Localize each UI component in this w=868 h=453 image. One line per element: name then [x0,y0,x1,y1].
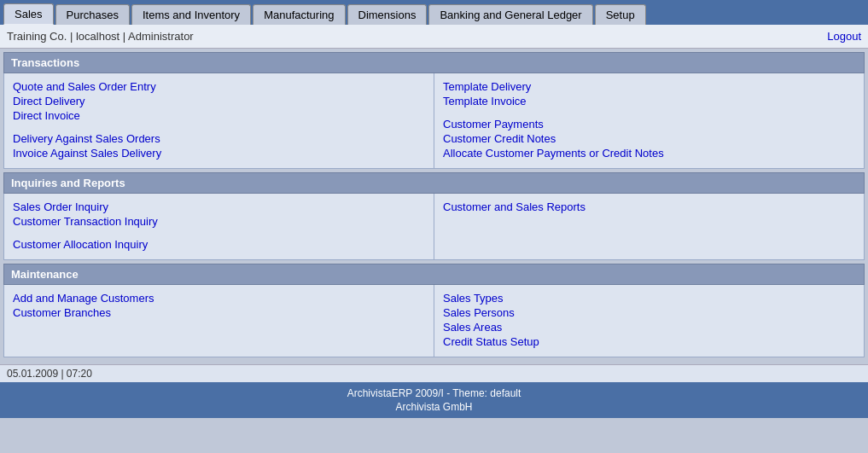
section-transactions: TransactionsQuote and Sales Order EntryD… [3,52,865,169]
nav-link-customer-payments[interactable]: Customer Payments [443,118,855,131]
nav-link-quote-and-sales-order-entry[interactable]: Quote and Sales Order Entry [13,80,425,93]
nav-link-customer-credit-notes[interactable]: Customer Credit Notes [443,132,855,145]
tab-setup[interactable]: Setup [595,4,646,25]
section-col: Template DeliveryTemplate InvoiceCustome… [434,73,864,168]
footer: ArchivistaERP 2009/I - Theme: default Ar… [0,382,868,418]
nav-link-sales-areas[interactable]: Sales Areas [443,321,855,334]
section-header: Maintenance [3,264,865,285]
nav-link-customer-transaction-inquiry[interactable]: Customer Transaction Inquiry [13,215,425,228]
spacer [13,124,425,132]
nav-link-template-invoice[interactable]: Template Invoice [443,95,855,107]
section-inquiries-and-reports: Inquiries and ReportsSales Order Inquiry… [3,172,865,260]
tab-bar: SalesPurchasesItems and InventoryManufac… [0,0,868,25]
nav-link-credit-status-setup[interactable]: Credit Status Setup [443,335,855,348]
footer-line1: ArchivistaERP 2009/I - Theme: default [3,387,865,399]
spacer [13,229,425,238]
section-body: Sales Order InquiryCustomer Transaction … [3,194,865,260]
tab-dimensions[interactable]: Dimensions [347,4,428,25]
nav-link-invoice-against-sales-delivery[interactable]: Invoice Against Sales Delivery [13,147,425,160]
section-maintenance: MaintenanceAdd and Manage CustomersCusto… [3,264,865,357]
tab-purchases[interactable]: Purchases [55,4,130,25]
nav-link-template-delivery[interactable]: Template Delivery [443,80,855,93]
nav-link-customer-branches[interactable]: Customer Branches [13,306,425,319]
section-body: Quote and Sales Order EntryDirect Delive… [3,73,865,169]
nav-link-customer-allocation-inquiry[interactable]: Customer Allocation Inquiry [13,238,425,251]
nav-link-add-and-manage-customers[interactable]: Add and Manage Customers [13,292,425,305]
section-col: Sales TypesSales PersonsSales AreasCredi… [434,285,864,357]
logout-button[interactable]: Logout [827,30,861,43]
spacer [443,109,855,118]
tab-manufacturing[interactable]: Manufacturing [253,4,345,25]
nav-link-sales-persons[interactable]: Sales Persons [443,306,855,319]
nav-link-direct-delivery[interactable]: Direct Delivery [13,95,425,107]
section-header: Inquiries and Reports [3,172,865,194]
tab-items-and-inventory[interactable]: Items and Inventory [131,4,251,25]
nav-link-delivery-against-sales-orders[interactable]: Delivery Against Sales Orders [13,132,425,145]
section-body: Add and Manage CustomersCustomer Branche… [3,285,865,357]
section-col: Quote and Sales Order EntryDirect Delive… [4,73,434,168]
timestamp-bar: 05.01.2009 | 07:20 [0,364,868,382]
tab-sales[interactable]: Sales [3,3,54,25]
company-info: Training Co. | localhost | Administrator [7,30,194,43]
nav-link-direct-invoice[interactable]: Direct Invoice [13,109,425,122]
section-header: Transactions [3,52,865,73]
tab-banking-and-general-ledger[interactable]: Banking and General Ledger [428,4,592,25]
timestamp: 05.01.2009 | 07:20 [7,368,92,380]
section-col: Add and Manage CustomersCustomer Branche… [4,285,434,357]
nav-link-allocate-customer-payments-or-credit-notes[interactable]: Allocate Customer Payments or Credit Not… [443,147,855,160]
nav-link-sales-order-inquiry[interactable]: Sales Order Inquiry [13,200,425,213]
section-col: Sales Order InquiryCustomer Transaction … [4,194,434,259]
header-bar: Training Co. | localhost | Administrator… [0,25,868,49]
nav-link-customer-and-sales-reports[interactable]: Customer and Sales Reports [443,200,855,213]
section-col: Customer and Sales Reports [434,194,864,259]
nav-link-sales-types[interactable]: Sales Types [443,292,855,305]
footer-line2: Archivista GmbH [3,401,865,413]
main-content: TransactionsQuote and Sales Order EntryD… [0,49,868,364]
